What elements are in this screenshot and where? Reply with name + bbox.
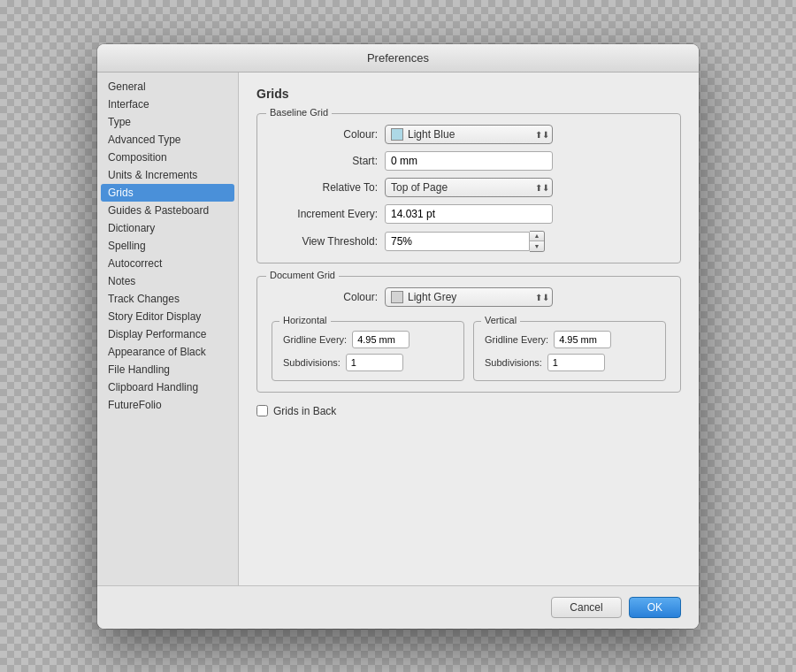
sidebar-item-appearance-black[interactable]: Appearance of Black xyxy=(97,343,238,361)
relative-to-select[interactable]: Top of Page xyxy=(385,178,553,197)
horizontal-title: Horizontal xyxy=(279,315,331,325)
h-gridline-input[interactable] xyxy=(352,331,409,348)
relative-to-label: Relative To: xyxy=(272,181,378,194)
h-gridline-row: Gridline Every: xyxy=(283,331,453,348)
sidebar-item-display-performance[interactable]: Display Performance xyxy=(97,325,238,343)
increment-label: Increment Every: xyxy=(272,208,378,220)
dialog-footer: Cancel OK xyxy=(97,585,699,629)
sidebar-item-advanced-type[interactable]: Advanced Type xyxy=(97,131,238,149)
doc-colour-label: Colour: xyxy=(272,291,378,303)
colour-label: Colour: xyxy=(272,128,378,141)
v-subdivisions-input[interactable] xyxy=(547,354,605,371)
v-subdivisions-label: Subdivisions: xyxy=(485,357,542,368)
sidebar-item-composition[interactable]: Composition xyxy=(97,149,238,166)
document-grid-group: Document Grid Colour: Light Grey ⬆⬇ Hori xyxy=(256,276,681,393)
doc-colour-value: Light Grey xyxy=(408,291,456,303)
v-gridline-row: Gridline Every: xyxy=(485,331,654,348)
sidebar-item-grids[interactable]: Grids xyxy=(101,184,234,202)
grids-in-back-row: Grids in Back xyxy=(256,405,681,417)
sidebar-item-story-editor[interactable]: Story Editor Display xyxy=(97,308,238,325)
doc-colour-row: Colour: Light Grey ⬆⬇ xyxy=(272,287,666,307)
grids-in-back-checkbox[interactable] xyxy=(256,405,268,416)
sidebar-item-clipboard-handling[interactable]: Clipboard Handling xyxy=(97,378,238,396)
sidebar-item-track-changes[interactable]: Track Changes xyxy=(97,290,238,308)
sidebar-item-autocorrect[interactable]: Autocorrect xyxy=(97,255,238,272)
view-threshold-increment-btn[interactable]: ▲ xyxy=(530,232,544,241)
ok-button[interactable]: OK xyxy=(629,597,681,618)
doc-colour-swatch xyxy=(391,291,403,303)
increment-row: Increment Every: xyxy=(272,204,666,224)
section-title: Grids xyxy=(256,87,681,104)
sidebar-item-type[interactable]: Type xyxy=(97,113,238,131)
horizontal-group: Horizontal Gridline Every: Subdivisions: xyxy=(272,321,464,381)
view-threshold-label: View Threshold: xyxy=(272,235,378,248)
colour-select-wrapper: Light Blue ⬆⬇ xyxy=(385,125,553,144)
vertical-title: Vertical xyxy=(481,315,520,325)
colour-row: Colour: Light Blue ⬆⬇ xyxy=(272,125,666,144)
h-gridline-label: Gridline Every: xyxy=(283,334,347,345)
colour-swatch xyxy=(391,128,403,141)
view-threshold-input[interactable] xyxy=(385,232,530,251)
view-threshold-stepper: ▲ ▼ xyxy=(385,231,545,252)
sidebar-item-notes[interactable]: Notes xyxy=(97,272,238,290)
relative-to-select-wrapper: Top of Page ⬆⬇ xyxy=(385,178,553,197)
v-gridline-label: Gridline Every: xyxy=(485,334,548,345)
v-gridline-input[interactable] xyxy=(554,331,611,348)
doc-colour-select[interactable]: Light Grey xyxy=(385,287,553,307)
colour-value: Light Blue xyxy=(408,128,455,141)
baseline-grid-group: Baseline Grid Colour: Light Blue ⬆⬇ Star… xyxy=(256,113,681,263)
grid-subgroups: Horizontal Gridline Every: Subdivisions:… xyxy=(272,321,666,381)
grids-in-back-label[interactable]: Grids in Back xyxy=(273,405,336,417)
vertical-group: Vertical Gridline Every: Subdivisions: xyxy=(473,321,666,381)
sidebar-item-file-handling[interactable]: File Handling xyxy=(97,361,238,378)
increment-input[interactable] xyxy=(385,204,553,224)
sidebar-item-futurefolio[interactable]: FutureFolio xyxy=(97,396,238,414)
relative-to-value: Top of Page xyxy=(391,181,448,194)
view-threshold-row: View Threshold: ▲ ▼ xyxy=(272,231,666,252)
h-subdivisions-label: Subdivisions: xyxy=(283,357,341,368)
colour-select[interactable]: Light Blue xyxy=(385,125,553,144)
start-row: Start: xyxy=(272,151,666,171)
cancel-button[interactable]: Cancel xyxy=(551,597,621,618)
start-label: Start: xyxy=(272,155,378,167)
doc-colour-select-wrapper: Light Grey ⬆⬇ xyxy=(385,287,553,307)
main-content: Grids Baseline Grid Colour: Light Blue ⬆… xyxy=(239,73,699,585)
v-subdivisions-row: Subdivisions: xyxy=(485,354,654,371)
sidebar-item-spelling[interactable]: Spelling xyxy=(97,237,238,255)
h-subdivisions-row: Subdivisions: xyxy=(283,354,453,371)
relative-to-row: Relative To: Top of Page ⬆⬇ xyxy=(272,178,666,197)
sidebar-item-units-increments[interactable]: Units & Increments xyxy=(97,166,238,184)
sidebar-item-guides-pasteboard[interactable]: Guides & Pasteboard xyxy=(97,202,238,219)
view-threshold-stepper-buttons: ▲ ▼ xyxy=(530,231,545,252)
document-grid-title: Document Grid xyxy=(266,270,339,280)
sidebar-item-general[interactable]: General xyxy=(97,78,238,95)
sidebar-item-interface[interactable]: Interface xyxy=(97,95,238,113)
dialog-body: GeneralInterfaceTypeAdvanced TypeComposi… xyxy=(97,73,699,585)
h-subdivisions-input[interactable] xyxy=(346,354,403,371)
view-threshold-decrement-btn[interactable]: ▼ xyxy=(530,241,544,251)
preferences-dialog: Preferences GeneralInterfaceTypeAdvanced… xyxy=(97,44,699,629)
sidebar-item-dictionary[interactable]: Dictionary xyxy=(97,219,238,237)
baseline-grid-title: Baseline Grid xyxy=(266,107,332,118)
start-input[interactable] xyxy=(385,151,553,171)
sidebar: GeneralInterfaceTypeAdvanced TypeComposi… xyxy=(97,73,239,585)
dialog-title: Preferences xyxy=(367,51,429,65)
title-bar: Preferences xyxy=(97,44,699,73)
